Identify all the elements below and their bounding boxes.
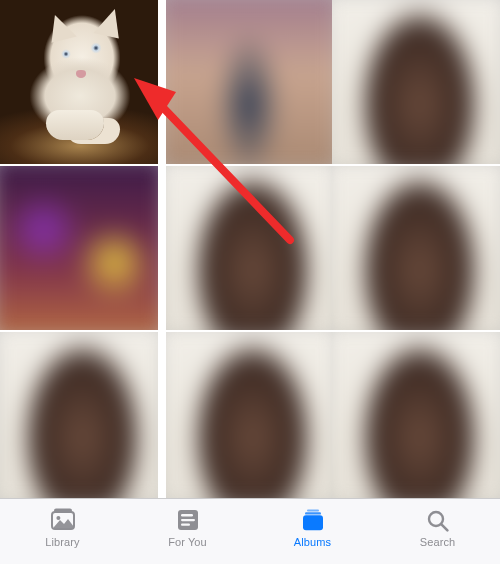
photo-thumbnail[interactable] bbox=[0, 332, 158, 498]
tab-label: Albums bbox=[294, 536, 331, 548]
search-icon bbox=[424, 507, 452, 533]
tab-label: Library bbox=[45, 536, 79, 548]
photo-thumbnail[interactable] bbox=[0, 0, 158, 164]
albums-icon bbox=[299, 507, 327, 533]
svg-line-13 bbox=[441, 524, 447, 530]
svg-rect-6 bbox=[181, 514, 193, 516]
svg-rect-11 bbox=[303, 515, 323, 530]
for-you-icon bbox=[174, 507, 202, 533]
library-icon bbox=[49, 507, 77, 533]
photo-thumbnail[interactable] bbox=[0, 166, 158, 330]
svg-rect-8 bbox=[181, 524, 190, 526]
photo-thumbnail[interactable] bbox=[166, 0, 332, 164]
tab-library[interactable]: Library bbox=[0, 507, 125, 548]
svg-rect-3 bbox=[55, 509, 71, 511]
photo-thumbnail[interactable] bbox=[166, 332, 332, 498]
photos-app-screen: Library For You Albums bbox=[0, 0, 500, 564]
tab-albums[interactable]: Albums bbox=[250, 507, 375, 548]
svg-rect-7 bbox=[181, 519, 195, 521]
tab-search[interactable]: Search bbox=[375, 507, 500, 548]
tab-for-you[interactable]: For You bbox=[125, 507, 250, 548]
photo-thumbnail[interactable] bbox=[332, 332, 500, 498]
svg-rect-10 bbox=[305, 512, 321, 514]
photo-grid bbox=[0, 0, 500, 498]
grid-gutter bbox=[158, 0, 166, 432]
tab-bar: Library For You Albums bbox=[0, 498, 500, 564]
tab-label: Search bbox=[420, 536, 455, 548]
photo-thumbnail[interactable] bbox=[166, 166, 332, 330]
svg-point-4 bbox=[56, 516, 60, 520]
tab-label: For You bbox=[168, 536, 207, 548]
svg-rect-9 bbox=[307, 509, 319, 511]
photo-thumbnail[interactable] bbox=[332, 166, 500, 330]
photo-thumbnail[interactable] bbox=[332, 0, 500, 164]
